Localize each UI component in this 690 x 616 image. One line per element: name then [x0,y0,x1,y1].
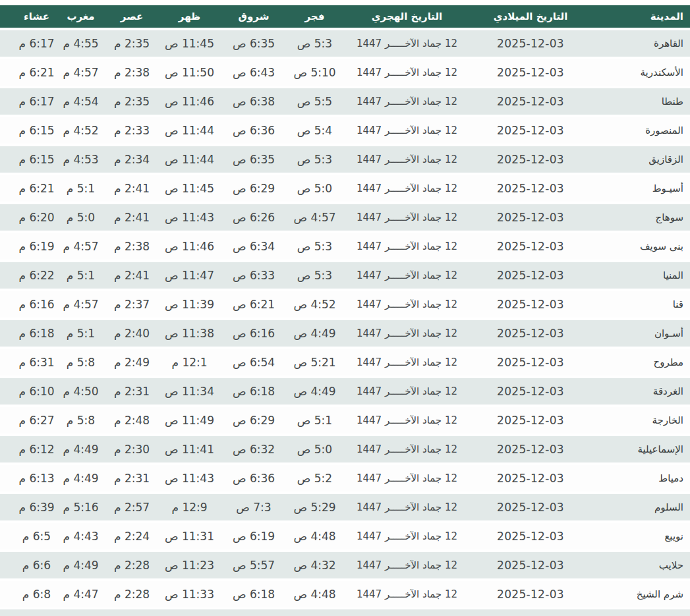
gregorian-date-cell: 2025-12-03 [471,145,590,174]
gregorian-date-cell: 2025-12-03 [471,435,590,464]
city-cell: بنى سويف [590,232,690,261]
col-header-hijri-date: التاريخ الهجري [343,5,471,29]
table-row: السلوم 2025-12-03 12 جماد الآخـــــر 144… [0,493,690,522]
fajr-time-cell: 4:49 ص [287,319,343,348]
asr-time-cell: 2:57 م [105,493,158,522]
col-header-fajr: فجر [287,5,343,29]
table-row: نويبع 2025-12-03 12 جماد الآخـــــر 1447… [0,522,690,551]
asr-time-cell: 2:38 م [105,232,158,261]
hijri-date-cell: 12 جماد الآخـــــر 1447 [343,580,471,609]
dhuhr-time-cell: 11:31 ص [158,522,221,551]
dhuhr-time-cell: 11:47 ص [158,261,221,290]
hijri-date-cell: 12 جماد الآخـــــر 1447 [343,493,471,522]
city-cell: أسـوان [590,319,690,348]
table-row: سوهاج 2025-12-03 12 جماد الآخـــــر 1447… [0,203,690,232]
hijri-date-cell: 12 جماد الآخـــــر 1447 [343,87,471,116]
fajr-time-cell: 5:0 ص [287,435,343,464]
table-row: دمياط 2025-12-03 12 جماد الآخـــــر 1447… [0,464,690,493]
sunrise-time-cell: 6:36 ص [221,464,287,493]
table-row: بنى سويف 2025-12-03 12 جماد الآخـــــر 1… [0,232,690,261]
maghrib-time-cell: 5:16 م [56,493,105,522]
isha-time-cell: 6:21 م [0,174,56,203]
table-row: الغردقة 2025-12-03 12 جماد الآخـــــر 14… [0,377,690,406]
sunrise-time-cell: 6:54 ص [221,348,287,377]
fajr-time-cell: 4:48 ص [287,522,343,551]
asr-time-cell: 2:28 م [105,580,158,609]
asr-time-cell: 2:35 م [105,29,158,58]
hijri-date-cell: 12 جماد الآخـــــر 1447 [343,522,471,551]
table-row: الزقازيق 2025-12-03 12 جماد الآخـــــر 1… [0,145,690,174]
dhuhr-time-cell: 11:41 ص [158,435,221,464]
city-cell: الأسكندرية [590,58,690,87]
dhuhr-time-cell: 11:49 ص [158,406,221,435]
city-cell: قنا [590,290,690,319]
asr-time-cell: 2:49 م [105,348,158,377]
gregorian-date-cell: 2025-12-03 [471,116,590,145]
table-row: المنيا 2025-12-03 12 جماد الآخـــــر 144… [0,261,690,290]
gregorian-date-cell: 2025-12-03 [471,174,590,203]
isha-time-cell: 6:5 م [0,522,56,551]
table-row: طنطا 2025-12-03 12 جماد الآخـــــر 1447 … [0,87,690,116]
maghrib-time-cell: 4:50 م [56,377,105,406]
maghrib-time-cell: 4:55 م [56,29,105,58]
isha-time-cell: 6:27 م [0,406,56,435]
sunrise-time-cell: 6:18 ص [221,580,287,609]
asr-time-cell: 2:34 م [105,145,158,174]
isha-time-cell: 6:10 م [0,377,56,406]
gregorian-date-cell: 2025-12-03 [471,406,590,435]
isha-time-cell: 6:31 م [0,348,56,377]
city-cell: شرم الشيخ [590,580,690,609]
dhuhr-time-cell: 11:50 ص [158,58,221,87]
hijri-date-cell: 12 جماد الآخـــــر 1447 [343,464,471,493]
maghrib-time-cell: 4:49 م [56,464,105,493]
sunrise-time-cell: 6:43 ص [221,58,287,87]
gregorian-date-cell: 2025-12-03 [471,493,590,522]
city-cell: طنطا [590,87,690,116]
maghrib-time-cell: 4:52 م [56,116,105,145]
fajr-time-cell: 5:1 ص [287,406,343,435]
city-cell: أسيـوط [590,174,690,203]
dhuhr-time-cell: 11:45 ص [158,29,221,58]
hijri-date-cell: 12 جماد الآخـــــر 1447 [343,377,471,406]
table-row-partial [0,609,690,616]
col-header-sunrise: شروق [221,5,287,29]
maghrib-time-cell: 4:47 م [56,580,105,609]
dhuhr-time-cell: 11:44 ص [158,116,221,145]
asr-time-cell: 2:31 م [105,377,158,406]
sunrise-time-cell: 5:57 ص [221,551,287,580]
sunrise-time-cell: 7:3 ص [221,493,287,522]
gregorian-date-cell: 2025-12-03 [471,522,590,551]
fajr-time-cell: 5:0 ص [287,174,343,203]
maghrib-time-cell: 5:1 م [56,174,105,203]
asr-time-cell: 2:31 م [105,464,158,493]
fajr-time-cell: 5:10 ص [287,58,343,87]
hijri-date-cell: 12 جماد الآخـــــر 1447 [343,406,471,435]
maghrib-time-cell: 4:57 م [56,290,105,319]
maghrib-time-cell: 4:53 م [56,145,105,174]
col-header-city: المدينة [590,5,690,29]
gregorian-date-cell: 2025-12-03 [471,377,590,406]
hijri-date-cell: 12 جماد الآخـــــر 1447 [343,116,471,145]
city-cell: السلوم [590,493,690,522]
fajr-time-cell: 4:48 ص [287,580,343,609]
asr-time-cell: 2:41 م [105,174,158,203]
maghrib-time-cell: 4:49 م [56,435,105,464]
header-row: المدينة التاريخ الميلادي التاريخ الهجري … [0,5,690,29]
table-row: أسـوان 2025-12-03 12 جماد الآخـــــر 144… [0,319,690,348]
isha-time-cell: 6:6 م [0,551,56,580]
sunrise-time-cell: 6:26 ص [221,203,287,232]
fajr-time-cell: 5:5 ص [287,87,343,116]
city-cell: المنصورة [590,116,690,145]
sunrise-time-cell: 6:32 ص [221,435,287,464]
dhuhr-time-cell: 11:45 ص [158,174,221,203]
hijri-date-cell: 12 جماد الآخـــــر 1447 [343,58,471,87]
isha-time-cell: 6:21 م [0,58,56,87]
dhuhr-time-cell: 11:46 ص [158,87,221,116]
fajr-time-cell: 5:2 ص [287,464,343,493]
table-row: حلايب 2025-12-03 12 جماد الآخـــــر 1447… [0,551,690,580]
hijri-date-cell: 12 جماد الآخـــــر 1447 [343,435,471,464]
isha-time-cell: 6:13 م [0,464,56,493]
sunrise-time-cell: 6:38 ص [221,87,287,116]
dhuhr-time-cell: 12:1 م [158,348,221,377]
asr-time-cell: 2:38 م [105,58,158,87]
